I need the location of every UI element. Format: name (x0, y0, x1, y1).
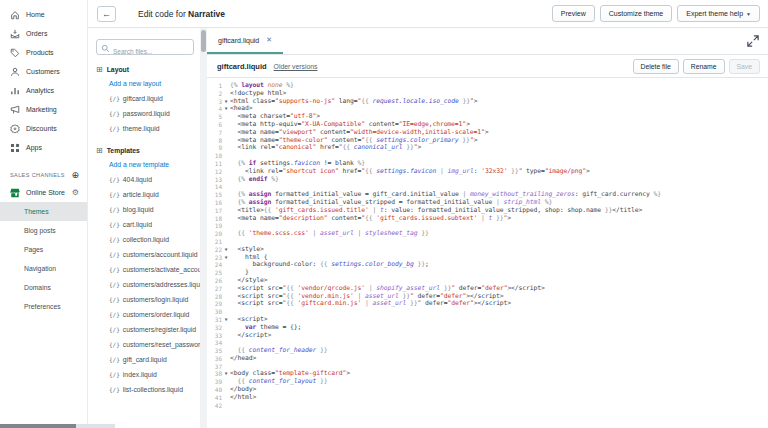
save-button[interactable]: Save (729, 59, 761, 74)
vscrollbar-thumb[interactable] (201, 30, 206, 52)
fullscreen-icon[interactable] (747, 35, 759, 47)
code-line[interactable]: 32 var theme = {}; (207, 324, 768, 332)
code-line[interactable]: 42 (207, 402, 768, 410)
fold-arrow-icon[interactable]: ▼ (222, 105, 230, 113)
sidebar-item-label: Orders (26, 30, 47, 37)
code-line[interactable]: 33 </script> (207, 332, 768, 340)
fold-arrow-icon[interactable]: ▼ (222, 316, 230, 324)
code-line[interactable]: 12 <link rel="shortcut icon" href="{{ se… (207, 168, 768, 176)
close-icon[interactable]: ✕ (266, 36, 272, 44)
delete-file-button[interactable]: Delete file (633, 59, 679, 74)
sidebar-item-products[interactable]: Products (0, 43, 87, 62)
sidebar-item-orders[interactable]: Orders (0, 24, 87, 43)
sidebar-item-pages[interactable]: Pages (0, 240, 87, 259)
file-item[interactable]: {/}password.liquid (96, 106, 200, 121)
file-item[interactable]: {/}collection.liquid (96, 232, 200, 247)
sidebar-item-discounts[interactable]: Discounts (0, 119, 87, 138)
file-item[interactable]: {/}theme.liquid (96, 121, 200, 136)
sidebar-item-blog-posts[interactable]: Blog posts (0, 221, 87, 240)
sidebar-item-marketing[interactable]: Marketing (0, 100, 87, 119)
tab-giftcard-liquid[interactable]: giftcard.liquid ✕ (207, 28, 283, 54)
code-line[interactable]: 9 <link rel="canonical" href="{{ canonic… (207, 144, 768, 152)
fold-gutter (222, 300, 230, 308)
code-line[interactable]: 22▼ <style> (207, 246, 768, 254)
code-line[interactable]: 35 {{ content_for_header }} (207, 347, 768, 355)
code-area[interactable]: 1{% layout none %}2<!doctype html>3▼<htm… (207, 79, 768, 428)
file-item[interactable]: {/}customers/register.liquid (96, 322, 200, 337)
app-sidebar: HomeOrdersProductsCustomersAnalyticsMark… (0, 0, 88, 428)
code-line[interactable]: 13 {% endif %} (207, 176, 768, 184)
add-sales-channel-icon[interactable]: ⊕ (71, 171, 79, 180)
add-new-layout-link[interactable]: Add a new layout (96, 76, 200, 91)
theme-name: Narrative (188, 9, 225, 19)
expert-theme-help-button[interactable]: Expert theme help▼ (677, 5, 760, 22)
file-panel-vscrollbar[interactable] (200, 28, 207, 428)
code-line[interactable]: 39 {{ content_for_layout }} (207, 378, 768, 386)
sidebar-item-online-store[interactable]: Online Store ⚙ (0, 183, 87, 202)
code-line[interactable]: 30 (207, 308, 768, 316)
file-item[interactable]: {/}article.liquid (96, 187, 200, 202)
fold-arrow-icon[interactable]: ▼ (222, 98, 230, 106)
file-panel-hscrollbar[interactable] (0, 424, 115, 428)
file-item[interactable]: {/}customers/account.liquid (96, 247, 200, 262)
code-line[interactable]: 29 <script src="{{ 'giftcard.min.js' | a… (207, 300, 768, 308)
file-item[interactable]: {/}list-collections.liquid (96, 382, 200, 397)
fold-arrow-icon[interactable]: ▼ (222, 254, 230, 262)
sales-channels-header: SALES CHANNELS ⊕ (0, 167, 87, 183)
code-line[interactable]: 21 (207, 238, 768, 246)
fold-gutter (222, 82, 230, 90)
sidebar-item-analytics[interactable]: Analytics (0, 81, 87, 100)
file-item[interactable]: {/}giftcard.liquid (96, 91, 200, 106)
file-item[interactable]: {/}customers/activate_account.li (96, 262, 200, 277)
search-icon (101, 44, 110, 53)
sidebar-item-navigation[interactable]: Navigation (0, 259, 87, 278)
code-line[interactable]: 3▼<html class="supports-no-js" lang="{{ … (207, 98, 768, 106)
file-item-label: customers/addresses.liquid (123, 281, 200, 288)
fold-gutter (222, 144, 230, 152)
code-line[interactable]: 25 } (207, 269, 768, 277)
code-line[interactable]: 18 <meta name="description" content="{{ … (207, 215, 768, 223)
sidebar-item-home[interactable]: Home (0, 5, 87, 24)
sidebar-item-apps[interactable]: Apps (0, 138, 87, 157)
code-line[interactable]: 41</html> (207, 394, 768, 402)
search-input[interactable] (97, 45, 193, 59)
sidebar-item-preferences[interactable]: Preferences (0, 297, 87, 316)
fold-arrow-icon[interactable]: ▼ (222, 370, 230, 378)
file-item[interactable]: {/}customers/addresses.liquid (96, 277, 200, 292)
code-line[interactable]: 40</body> (207, 386, 768, 394)
hscrollbar-thumb[interactable] (0, 424, 76, 428)
sidebar-item-customers[interactable]: Customers (0, 62, 87, 81)
code-line[interactable]: 24 background-color: {{ settings.color_b… (207, 261, 768, 269)
back-button[interactable]: ← (97, 6, 116, 22)
code-text: </html> (230, 394, 256, 402)
line-number: 41 (207, 394, 222, 402)
older-versions-link[interactable]: Older versions (274, 63, 318, 70)
fold-gutter (222, 324, 230, 332)
fold-gutter (222, 121, 230, 129)
sidebar-item-domains[interactable]: Domains (0, 278, 87, 297)
add-new-templates-link[interactable]: Add a new template (96, 157, 200, 172)
customize-theme-button[interactable]: Customize theme (600, 5, 672, 22)
marketing-icon (10, 105, 20, 115)
file-item-label: customers/account.liquid (123, 251, 198, 258)
file-item[interactable]: {/}blog.liquid (96, 202, 200, 217)
file-item[interactable]: {/}gift_card.liquid (96, 352, 200, 367)
online-store-label: Online Store (26, 189, 65, 196)
file-item[interactable]: {/}index.liquid (96, 367, 200, 382)
file-item[interactable]: {/}customers/reset_password.liq (96, 337, 200, 352)
file-item[interactable]: {/}404.liquid (96, 172, 200, 187)
line-number: 31 (207, 316, 222, 324)
file-item[interactable]: {/}cart.liquid (96, 217, 200, 232)
fold-arrow-icon[interactable]: ▼ (222, 246, 230, 254)
file-item[interactable]: {/}customers/login.liquid (96, 292, 200, 307)
online-store-settings-icon[interactable]: ⚙ (72, 189, 79, 197)
preview-button[interactable]: Preview (552, 5, 595, 22)
back-arrow-icon: ← (102, 9, 111, 19)
fold-gutter (222, 285, 230, 293)
code-line[interactable]: 36</head> (207, 355, 768, 363)
file-item[interactable]: {/}customers/order.liquid (96, 307, 200, 322)
sidebar-item-themes[interactable]: Themes (0, 202, 87, 221)
rename-button[interactable]: Rename (683, 59, 725, 74)
code-line[interactable]: 20 {{ 'theme.scss.css' | asset_url | sty… (207, 230, 768, 238)
code-line[interactable]: 1{% layout none %} (207, 82, 768, 90)
